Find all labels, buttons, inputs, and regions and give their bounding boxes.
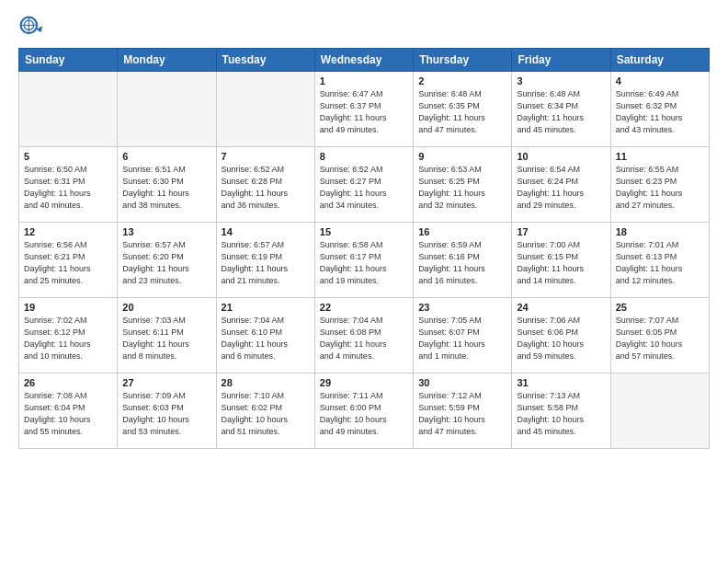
day-info: Sunrise: 6:54 AM Sunset: 6:24 PM Dayligh… (517, 164, 605, 212)
day-number: 17 (517, 226, 605, 237)
weekday-header-tuesday: Tuesday (216, 49, 314, 72)
day-info: Sunrise: 7:04 AM Sunset: 6:08 PM Dayligh… (320, 315, 408, 362)
day-info: Sunrise: 6:55 AM Sunset: 6:23 PM Dayligh… (616, 164, 704, 212)
day-number: 31 (517, 377, 605, 388)
day-info: Sunrise: 6:58 AM Sunset: 6:17 PM Dayligh… (320, 239, 408, 287)
week-row-5: 26Sunrise: 7:08 AM Sunset: 6:04 PM Dayli… (19, 373, 710, 449)
calendar-cell: 6Sunrise: 6:51 AM Sunset: 6:30 PM Daylig… (118, 147, 216, 223)
logo (18, 15, 48, 40)
calendar-cell: 22Sunrise: 7:04 AM Sunset: 6:08 PM Dayli… (314, 298, 413, 373)
calendar-cell: 24Sunrise: 7:06 AM Sunset: 6:06 PM Dayli… (512, 298, 610, 373)
day-info: Sunrise: 6:52 AM Sunset: 6:27 PM Dayligh… (320, 164, 408, 212)
day-number: 29 (320, 377, 408, 388)
calendar-cell: 14Sunrise: 6:57 AM Sunset: 6:19 PM Dayli… (216, 223, 314, 298)
day-info: Sunrise: 6:49 AM Sunset: 6:32 PM Dayligh… (616, 88, 704, 136)
day-number: 24 (517, 302, 605, 313)
calendar-cell: 1Sunrise: 6:47 AM Sunset: 6:37 PM Daylig… (314, 72, 413, 147)
day-number: 10 (517, 151, 605, 162)
calendar-cell: 29Sunrise: 7:11 AM Sunset: 6:00 PM Dayli… (314, 373, 413, 449)
day-number: 13 (122, 226, 210, 237)
day-number: 4 (616, 75, 704, 86)
logo-icon (18, 15, 44, 40)
day-number: 26 (24, 377, 112, 388)
day-info: Sunrise: 7:11 AM Sunset: 6:00 PM Dayligh… (320, 390, 408, 438)
calendar-cell: 10Sunrise: 6:54 AM Sunset: 6:24 PM Dayli… (512, 147, 610, 223)
calendar-cell: 20Sunrise: 7:03 AM Sunset: 6:11 PM Dayli… (118, 298, 216, 373)
day-number: 20 (122, 302, 210, 313)
calendar-cell: 19Sunrise: 7:02 AM Sunset: 6:12 PM Dayli… (19, 298, 118, 373)
day-info: Sunrise: 7:07 AM Sunset: 6:05 PM Dayligh… (616, 315, 704, 362)
day-number: 2 (418, 75, 506, 86)
day-info: Sunrise: 7:08 AM Sunset: 6:04 PM Dayligh… (24, 390, 112, 438)
weekday-header-monday: Monday (118, 49, 216, 72)
week-row-2: 5Sunrise: 6:50 AM Sunset: 6:31 PM Daylig… (19, 147, 710, 223)
calendar-cell: 25Sunrise: 7:07 AM Sunset: 6:05 PM Dayli… (610, 298, 709, 373)
day-number: 14 (222, 226, 310, 237)
weekday-header-sunday: Sunday (19, 49, 118, 72)
day-info: Sunrise: 6:59 AM Sunset: 6:16 PM Dayligh… (418, 239, 506, 287)
calendar-cell: 23Sunrise: 7:05 AM Sunset: 6:07 PM Dayli… (414, 298, 512, 373)
day-info: Sunrise: 6:56 AM Sunset: 6:21 PM Dayligh… (24, 239, 112, 287)
day-number: 15 (320, 226, 408, 237)
calendar-cell: 17Sunrise: 7:00 AM Sunset: 6:15 PM Dayli… (512, 223, 610, 298)
weekday-header-friday: Friday (512, 49, 610, 72)
calendar-cell: 18Sunrise: 7:01 AM Sunset: 6:13 PM Dayli… (610, 223, 709, 298)
day-number: 19 (24, 302, 112, 313)
day-number: 9 (418, 151, 506, 162)
day-number: 28 (222, 377, 310, 388)
week-row-3: 12Sunrise: 6:56 AM Sunset: 6:21 PM Dayli… (19, 223, 710, 298)
day-info: Sunrise: 7:03 AM Sunset: 6:11 PM Dayligh… (122, 315, 210, 362)
calendar-cell: 9Sunrise: 6:53 AM Sunset: 6:25 PM Daylig… (414, 147, 512, 223)
calendar-cell: 5Sunrise: 6:50 AM Sunset: 6:31 PM Daylig… (19, 147, 118, 223)
day-info: Sunrise: 7:09 AM Sunset: 6:03 PM Dayligh… (122, 390, 210, 438)
calendar-cell: 15Sunrise: 6:58 AM Sunset: 6:17 PM Dayli… (314, 223, 413, 298)
page-header (18, 15, 710, 40)
day-number: 27 (122, 377, 210, 388)
day-number: 30 (418, 377, 506, 388)
day-number: 3 (517, 75, 605, 86)
day-info: Sunrise: 6:57 AM Sunset: 6:19 PM Dayligh… (222, 239, 310, 287)
calendar-cell: 27Sunrise: 7:09 AM Sunset: 6:03 PM Dayli… (118, 373, 216, 449)
calendar-cell (216, 72, 314, 147)
day-number: 16 (418, 226, 506, 237)
calendar-cell: 16Sunrise: 6:59 AM Sunset: 6:16 PM Dayli… (414, 223, 512, 298)
calendar-cell: 31Sunrise: 7:13 AM Sunset: 5:58 PM Dayli… (512, 373, 610, 449)
day-info: Sunrise: 7:05 AM Sunset: 6:07 PM Dayligh… (418, 315, 506, 362)
calendar-cell: 4Sunrise: 6:49 AM Sunset: 6:32 PM Daylig… (610, 72, 709, 147)
day-info: Sunrise: 6:48 AM Sunset: 6:34 PM Dayligh… (517, 88, 605, 136)
calendar-cell: 26Sunrise: 7:08 AM Sunset: 6:04 PM Dayli… (19, 373, 118, 449)
day-info: Sunrise: 6:51 AM Sunset: 6:30 PM Dayligh… (122, 164, 210, 212)
day-info: Sunrise: 6:47 AM Sunset: 6:37 PM Dayligh… (320, 88, 408, 136)
calendar-cell: 2Sunrise: 6:48 AM Sunset: 6:35 PM Daylig… (414, 72, 512, 147)
week-row-1: 1Sunrise: 6:47 AM Sunset: 6:37 PM Daylig… (19, 72, 710, 147)
calendar-cell: 7Sunrise: 6:52 AM Sunset: 6:28 PM Daylig… (216, 147, 314, 223)
calendar-cell: 3Sunrise: 6:48 AM Sunset: 6:34 PM Daylig… (512, 72, 610, 147)
calendar-table: SundayMondayTuesdayWednesdayThursdayFrid… (18, 48, 710, 449)
weekday-header-row: SundayMondayTuesdayWednesdayThursdayFrid… (19, 49, 710, 72)
day-info: Sunrise: 6:57 AM Sunset: 6:20 PM Dayligh… (122, 239, 210, 287)
weekday-header-thursday: Thursday (414, 49, 512, 72)
calendar-cell (19, 72, 118, 147)
calendar-cell: 13Sunrise: 6:57 AM Sunset: 6:20 PM Dayli… (118, 223, 216, 298)
calendar-cell: 28Sunrise: 7:10 AM Sunset: 6:02 PM Dayli… (216, 373, 314, 449)
day-info: Sunrise: 7:12 AM Sunset: 5:59 PM Dayligh… (418, 390, 506, 438)
day-info: Sunrise: 7:06 AM Sunset: 6:06 PM Dayligh… (517, 315, 605, 362)
day-info: Sunrise: 6:52 AM Sunset: 6:28 PM Dayligh… (222, 164, 310, 212)
day-info: Sunrise: 7:10 AM Sunset: 6:02 PM Dayligh… (222, 390, 310, 438)
day-number: 22 (320, 302, 408, 313)
day-info: Sunrise: 7:00 AM Sunset: 6:15 PM Dayligh… (517, 239, 605, 287)
day-number: 1 (320, 75, 408, 86)
day-info: Sunrise: 6:53 AM Sunset: 6:25 PM Dayligh… (418, 164, 506, 212)
day-number: 23 (418, 302, 506, 313)
day-info: Sunrise: 7:01 AM Sunset: 6:13 PM Dayligh… (616, 239, 704, 287)
day-number: 11 (616, 151, 704, 162)
calendar-cell (610, 373, 709, 449)
day-info: Sunrise: 7:13 AM Sunset: 5:58 PM Dayligh… (517, 390, 605, 438)
day-number: 5 (24, 151, 112, 162)
day-info: Sunrise: 7:02 AM Sunset: 6:12 PM Dayligh… (24, 315, 112, 362)
day-number: 7 (222, 151, 310, 162)
week-row-4: 19Sunrise: 7:02 AM Sunset: 6:12 PM Dayli… (19, 298, 710, 373)
day-info: Sunrise: 6:50 AM Sunset: 6:31 PM Dayligh… (24, 164, 112, 212)
calendar-cell: 12Sunrise: 6:56 AM Sunset: 6:21 PM Dayli… (19, 223, 118, 298)
calendar-cell: 8Sunrise: 6:52 AM Sunset: 6:27 PM Daylig… (314, 147, 413, 223)
